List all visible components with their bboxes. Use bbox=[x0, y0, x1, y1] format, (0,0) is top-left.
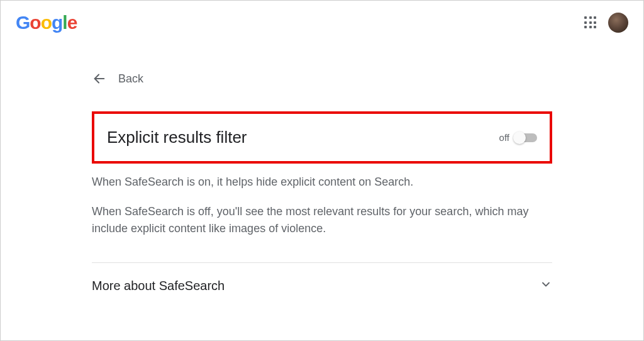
avatar[interactable] bbox=[608, 13, 628, 33]
expand-title: More about SafeSearch bbox=[92, 279, 225, 293]
filter-title: Explicit results filter bbox=[107, 128, 247, 147]
apps-grid-icon[interactable] bbox=[584, 16, 597, 29]
more-about-safesearch[interactable]: More about SafeSearch bbox=[92, 263, 552, 305]
main-content: Back Explicit results filter off When Sa… bbox=[77, 40, 567, 305]
chevron-down-icon bbox=[540, 278, 552, 293]
header: Google bbox=[1, 1, 643, 40]
description-on: When SafeSearch is on, it helps hide exp… bbox=[92, 174, 552, 191]
explicit-filter-row: Explicit results filter off bbox=[92, 111, 552, 164]
safesearch-toggle[interactable] bbox=[514, 133, 537, 142]
google-logo[interactable]: Google bbox=[16, 12, 77, 33]
toggle-state-label: off bbox=[499, 132, 509, 143]
description-off: When SafeSearch is off, you'll see the m… bbox=[92, 203, 552, 237]
header-right bbox=[584, 13, 628, 33]
back-button[interactable]: Back bbox=[92, 71, 143, 86]
arrow-left-icon bbox=[92, 71, 107, 86]
toggle-group: off bbox=[499, 132, 537, 143]
toggle-knob bbox=[513, 131, 526, 144]
back-label: Back bbox=[118, 72, 143, 86]
